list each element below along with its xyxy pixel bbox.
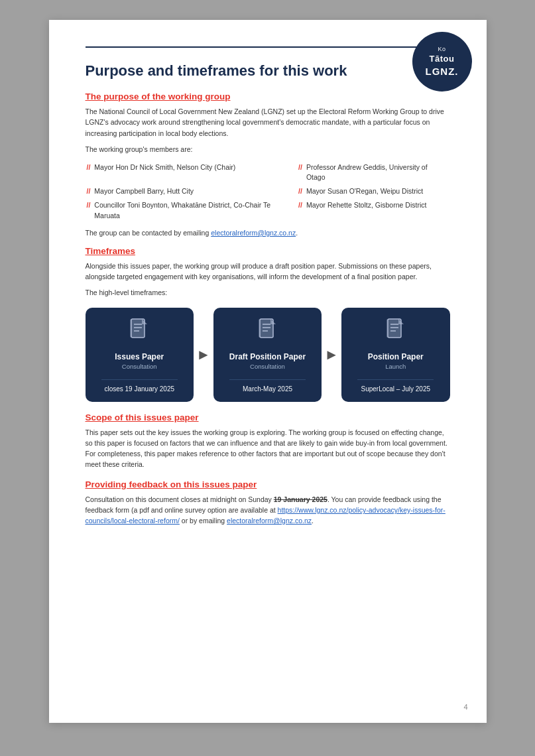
timeline-box-3: Position Paper Launch SuperLocal – July … bbox=[341, 308, 449, 402]
section3-heading: Scope of this issues paper bbox=[86, 412, 450, 422]
table-row: // Mayor Campbell Barry, Hutt City // Ma… bbox=[87, 186, 449, 198]
member2: Mayor Campbell Barry, Hutt City bbox=[94, 186, 297, 198]
logo: Ko Tātou LGNZ. bbox=[412, 32, 472, 92]
tl2-title: Draft Position Paper bbox=[229, 352, 306, 361]
table-row: // Councillor Toni Boynton, Whakatāne Di… bbox=[87, 199, 449, 222]
logo-lgnz: LGNZ. bbox=[426, 65, 459, 78]
timeline-box-2: Draft Position Paper Consultation March-… bbox=[213, 308, 322, 402]
page: Ko Tātou LGNZ. Purpose and timeframes fo… bbox=[49, 20, 487, 723]
tl1-title: Issues Paper bbox=[115, 352, 164, 361]
position-paper-icon bbox=[385, 318, 406, 347]
feedback-suffix: or by emailing bbox=[180, 517, 227, 525]
contact-link[interactable]: electoralreform@lgnz.co.nz bbox=[211, 229, 296, 237]
member4: Professor Andrew Geddis, University of O… bbox=[306, 161, 449, 184]
tl2-divider bbox=[229, 379, 306, 380]
section4-heading: Providing feedback on this issues paper bbox=[86, 479, 450, 489]
page-title: Purpose and timeframes for this work bbox=[86, 62, 450, 80]
contact-prefix: The group can be contacted by emailing bbox=[86, 229, 211, 237]
section3-para1: This paper sets out the key issues the w… bbox=[86, 427, 450, 470]
member1: Mayor Hon Dr Nick Smith, Nelson City (Ch… bbox=[94, 161, 297, 184]
tl1-divider bbox=[101, 379, 178, 380]
member3: Councillor Toni Boynton, Whakatāne Distr… bbox=[94, 199, 297, 222]
feedback-end: . bbox=[312, 517, 314, 525]
top-divider bbox=[86, 46, 450, 48]
tl2-sub: Consultation bbox=[250, 363, 285, 370]
feedback-prefix: Consultation on this document closes at … bbox=[86, 495, 274, 503]
section4-para1: Consultation on this document closes at … bbox=[86, 494, 450, 527]
feedback-date: 19 January 2025 bbox=[274, 495, 327, 503]
table-row: // Mayor Hon Dr Nick Smith, Nelson City … bbox=[87, 161, 449, 184]
slash2: // bbox=[87, 186, 93, 198]
slash3: // bbox=[87, 199, 93, 222]
section2-heading: Timeframes bbox=[86, 246, 450, 256]
tl3-title: Position Paper bbox=[368, 352, 424, 361]
tl1-date: closes 19 January 2025 bbox=[104, 385, 174, 393]
tl2-date: March-May 2025 bbox=[243, 385, 292, 393]
draft-paper-icon bbox=[257, 318, 278, 347]
slash1: // bbox=[87, 161, 93, 184]
tl3-divider bbox=[357, 379, 434, 380]
section2-para2: The high-level timeframes: bbox=[86, 287, 450, 298]
member6: Mayor Rehette Stoltz, Gisborne District bbox=[306, 199, 449, 222]
tl1-sub: Consultation bbox=[122, 363, 157, 370]
arrow1: ► bbox=[196, 308, 211, 402]
member5: Mayor Susan O'Regan, Weipu District bbox=[306, 186, 449, 198]
timeline: Issues Paper Consultation closes 19 Janu… bbox=[86, 308, 450, 402]
feedback-email[interactable]: electoralreform@lgnz.co.nz bbox=[227, 517, 312, 525]
tl3-sub: Launch bbox=[385, 363, 406, 370]
arrow2: ► bbox=[324, 308, 339, 402]
members-table: // Mayor Hon Dr Nick Smith, Nelson City … bbox=[86, 160, 450, 223]
issues-paper-icon bbox=[129, 318, 150, 347]
timeline-box-1: Issues Paper Consultation closes 19 Janu… bbox=[86, 308, 194, 402]
section1-para2: The working group's members are: bbox=[86, 144, 450, 155]
logo-ko: Ko bbox=[438, 46, 446, 54]
slash4: // bbox=[298, 161, 305, 184]
contact-suffix: . bbox=[296, 229, 298, 237]
slash5: // bbox=[298, 186, 305, 198]
page-number: 4 bbox=[463, 703, 467, 711]
slash6: // bbox=[298, 199, 305, 222]
logo-tatou: Tātou bbox=[430, 54, 455, 65]
section2-para1: Alongside this issues paper, the working… bbox=[86, 261, 450, 283]
section1-para1: The National Council of Local Government… bbox=[86, 106, 450, 139]
section1-heading: The purpose of the working group bbox=[86, 92, 450, 101]
tl3-date: SuperLocal – July 2025 bbox=[361, 385, 431, 393]
contact-text: The group can be contacted by emailing e… bbox=[86, 229, 450, 237]
